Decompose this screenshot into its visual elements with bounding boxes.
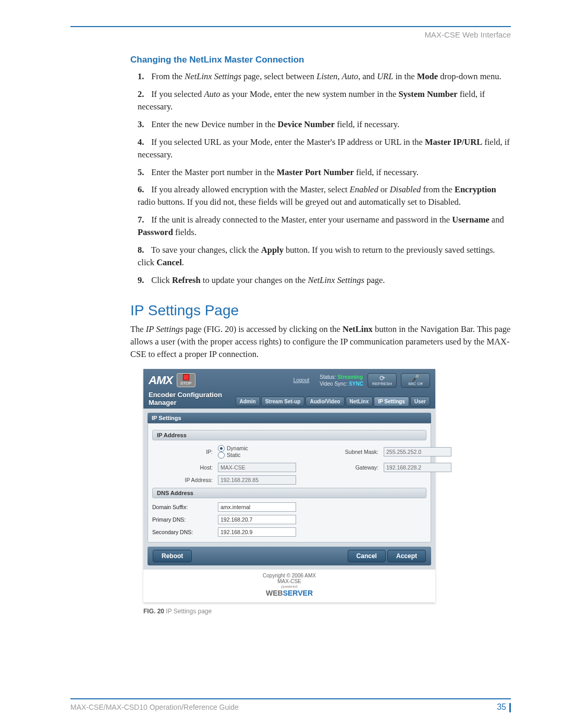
- section-heading-ip-settings: IP Settings Page: [130, 302, 511, 319]
- secondary-dns-field[interactable]: 192.168.20.9: [218, 527, 296, 537]
- subhead-ip-address: IP Address: [152, 430, 426, 440]
- step-9: 9. Click Refresh to update your changes …: [136, 274, 511, 287]
- figure-caption: FIG. 20 IP Settings page: [143, 608, 511, 615]
- ipaddress-field[interactable]: 192.168.228.85: [218, 475, 296, 485]
- steps-list: 1. From the NetLinx Settings page, selec…: [136, 70, 511, 287]
- screenshot-footer: Copyright © 2006 AMX MAX-CSE powered WEB…: [143, 570, 435, 602]
- mic-button[interactable]: 🎤MIC Off: [401, 373, 430, 388]
- footer-doc-title: MAX-CSE/MAX-CSD10 Operation/Reference Gu…: [70, 703, 239, 711]
- footer-bar-icon: [509, 703, 511, 712]
- page-header-right: MAX-CSE Web Interface: [70, 30, 511, 39]
- amx-logo: AMX: [149, 374, 173, 387]
- host-label: Host:: [152, 464, 215, 471]
- refresh-button[interactable]: ⟳REFRESH: [368, 373, 397, 388]
- radio-off-icon: [218, 452, 225, 459]
- stop-button[interactable]: STOP: [177, 373, 195, 387]
- tab-ip-settings[interactable]: IP Settings: [374, 397, 409, 406]
- gateway-field[interactable]: 192.168.228.2: [384, 463, 451, 472]
- refresh-icon: ⟳: [380, 375, 385, 381]
- ip-dynamic-radio[interactable]: Dynamic: [218, 445, 248, 452]
- step-4: 4. If you selected URL as your Mode, ent…: [136, 136, 511, 161]
- tab-netlinx[interactable]: NetLinx: [346, 397, 373, 406]
- ip-settings-paragraph: The IP Settings page (FIG. 20) is access…: [130, 323, 511, 361]
- tab-stream-setup[interactable]: Stream Set-up: [261, 397, 305, 406]
- accept-button[interactable]: Accept: [387, 550, 426, 562]
- step-5: 5. Enter the Master port number in the M…: [136, 166, 511, 179]
- tab-admin[interactable]: Admin: [236, 397, 260, 406]
- ip-label: IP:: [152, 449, 215, 455]
- step-3: 3. Enter the new Device number in the De…: [136, 118, 511, 131]
- ip-static-radio[interactable]: Static: [218, 452, 240, 459]
- reboot-button[interactable]: Reboot: [153, 550, 192, 562]
- stop-icon: [183, 374, 189, 380]
- subnet-field[interactable]: 255.255.252.0: [384, 447, 451, 456]
- step-2: 2. If you selected Auto as your Mode, en…: [136, 88, 511, 113]
- footer-page-number: 35: [497, 702, 506, 711]
- domain-suffix-label: Domain Suffix:: [152, 504, 215, 510]
- domain-suffix-field[interactable]: amx.internal: [218, 502, 296, 512]
- section-heading-changing-netlinx: Changing the NetLinx Master Connection: [130, 55, 511, 65]
- host-field[interactable]: MAX-CSE: [218, 463, 296, 472]
- step-6: 6. If you already allowed encryption wit…: [136, 183, 511, 208]
- subhead-dns-address: DNS Address: [152, 488, 426, 498]
- step-7: 7. If the unit is already connected to t…: [136, 214, 511, 239]
- panel-title-ip-settings: IP Settings: [148, 413, 431, 423]
- secondary-dns-label: Secondary DNS:: [152, 529, 215, 535]
- ip-settings-screenshot: AMX STOP Logout Status: Streaming Video …: [143, 369, 435, 602]
- step-8: 8. To save your changes, click the Apply…: [136, 244, 511, 269]
- cancel-button[interactable]: Cancel: [348, 550, 386, 562]
- gateway-label: Gateway:: [334, 464, 381, 471]
- tab-audio-video[interactable]: Audio/Video: [305, 397, 344, 406]
- subnet-label: Subnet Mask:: [334, 449, 381, 455]
- step-1: 1. From the NetLinx Settings page, selec…: [136, 70, 511, 83]
- tab-user[interactable]: User: [410, 397, 430, 406]
- ipaddress-label: IP Address:: [152, 477, 215, 483]
- primary-dns-label: Primary DNS:: [152, 516, 215, 523]
- radio-on-icon: [218, 445, 225, 452]
- mic-icon: 🎤: [411, 375, 420, 381]
- status-block: Status: Streaming Video Sync: SYNC: [320, 374, 363, 387]
- primary-dns-field[interactable]: 192.168.20.7: [218, 515, 296, 524]
- ecm-title: Encoder Configuration Manager: [149, 391, 236, 406]
- logout-link[interactable]: Logout: [293, 377, 310, 383]
- nav-tabs: Admin Stream Set-up Audio/Video NetLinx …: [236, 397, 430, 406]
